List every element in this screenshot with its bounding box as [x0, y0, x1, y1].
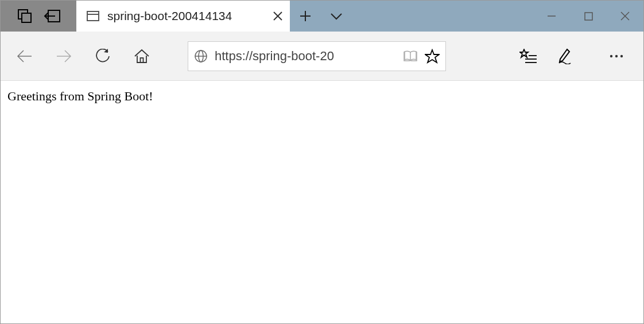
- toolbar-right: [514, 40, 635, 72]
- browser-tab[interactable]: spring-boot-200414134: [76, 1, 290, 32]
- tab-title: spring-boot-200414134: [107, 9, 265, 23]
- titlebar: spring-boot-200414134: [1, 1, 643, 32]
- url-text: https://spring-boot-20: [215, 49, 396, 64]
- home-button[interactable]: [126, 40, 158, 72]
- svg-point-22: [610, 54, 612, 57]
- address-bar[interactable]: https://spring-boot-20: [188, 41, 446, 71]
- notes-icon[interactable]: [550, 40, 579, 72]
- tabstrip: [290, 1, 643, 32]
- close-window-button[interactable]: [607, 1, 643, 32]
- page-icon: [87, 10, 99, 22]
- favorites-list-icon[interactable]: [514, 40, 542, 72]
- reading-view-icon[interactable]: [403, 50, 418, 63]
- tab-previews-toggle-icon[interactable]: [321, 1, 352, 32]
- svg-rect-1: [22, 13, 31, 22]
- svg-rect-11: [585, 13, 592, 20]
- page-body-text: Greetings from Spring Boot!: [7, 89, 153, 103]
- site-info-icon[interactable]: [194, 49, 208, 63]
- close-tab-icon[interactable]: [273, 11, 283, 21]
- svg-rect-4: [87, 11, 99, 21]
- favorite-star-icon[interactable]: [425, 49, 440, 64]
- maximize-button[interactable]: [570, 1, 607, 32]
- new-tab-button[interactable]: [290, 1, 321, 32]
- tab-actions-icon[interactable]: [16, 7, 33, 25]
- tab-preview-group: [1, 1, 76, 32]
- more-menu-icon[interactable]: [602, 40, 631, 72]
- svg-point-24: [620, 54, 623, 57]
- forward-button[interactable]: [48, 40, 80, 72]
- set-aside-tabs-icon[interactable]: [44, 7, 61, 25]
- refresh-button[interactable]: [87, 40, 119, 72]
- window-controls: [533, 1, 643, 32]
- svg-rect-14: [141, 58, 143, 63]
- back-button[interactable]: [9, 40, 41, 72]
- svg-point-23: [615, 54, 618, 57]
- toolbar: https://spring-boot-20: [1, 32, 643, 81]
- page-content: Greetings from Spring Boot!: [1, 81, 643, 112]
- minimize-button[interactable]: [533, 1, 570, 32]
